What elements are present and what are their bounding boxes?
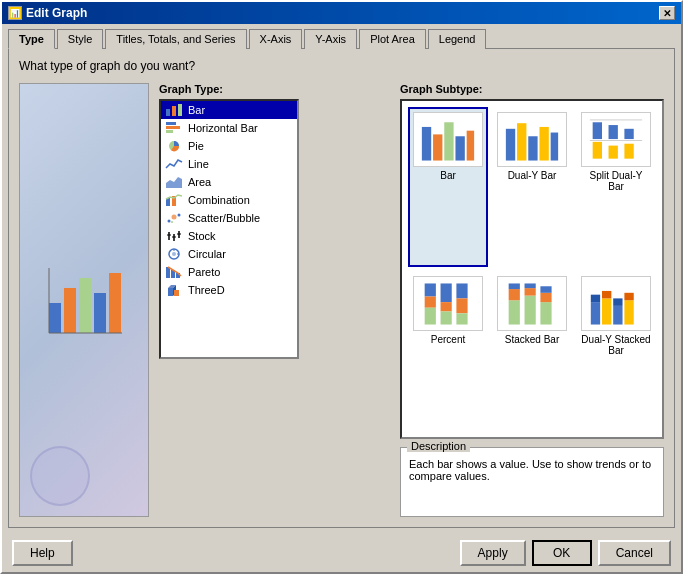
graph-type-pareto[interactable]: Pareto (161, 263, 297, 281)
scatter-icon (165, 211, 183, 225)
stock-icon (165, 229, 183, 243)
cancel-button[interactable]: Cancel (598, 540, 671, 566)
subtype-dual-y-chart (497, 112, 567, 167)
graph-type-bar[interactable]: Bar (161, 101, 297, 119)
subtype-stacked-chart (497, 276, 567, 331)
svg-point-28 (172, 252, 176, 256)
svg-rect-7 (166, 109, 170, 116)
subtype-dual-y-bar[interactable]: Dual-Y Bar (492, 107, 572, 267)
scatter-label: Scatter/Bubble (188, 212, 260, 224)
tab-legend[interactable]: Legend (428, 29, 487, 49)
graph-type-pie[interactable]: Pie (161, 137, 297, 155)
svg-rect-66 (509, 289, 520, 300)
svg-rect-52 (624, 129, 633, 139)
svg-rect-3 (94, 293, 106, 333)
svg-rect-9 (178, 104, 182, 116)
svg-rect-4 (109, 273, 121, 333)
subtype-dual-y-stacked[interactable]: Dual-Y Stacked Bar (576, 271, 656, 431)
svg-rect-41 (455, 136, 464, 160)
subtype-bar[interactable]: Bar (408, 107, 488, 267)
svg-rect-54 (609, 146, 618, 159)
tab-type[interactable]: Type (8, 29, 55, 49)
graph-type-scatter[interactable]: Scatter/Bubble (161, 209, 297, 227)
pie-label: Pie (188, 140, 204, 152)
svg-rect-76 (602, 298, 611, 324)
description-box: Description Each bar shows a value. Use … (400, 447, 664, 517)
subtype-dual-y-stacked-chart (581, 276, 651, 331)
svg-rect-0 (49, 303, 61, 333)
edit-graph-window: 📊 Edit Graph ✕ Type Style Titles, Totals… (0, 0, 683, 574)
subtype-dual-y-stacked-label: Dual-Y Stacked Bar (581, 334, 651, 356)
graph-type-circular[interactable]: Circular (161, 245, 297, 263)
question-label: What type of graph do you want? (19, 59, 664, 73)
tab-titles[interactable]: Titles, Totals, and Series (105, 29, 246, 49)
tab-plotarea[interactable]: Plot Area (359, 29, 426, 49)
graph-type-area[interactable]: Area (161, 173, 297, 191)
tab-xaxis[interactable]: X-Axis (249, 29, 303, 49)
svg-rect-34 (168, 288, 173, 296)
graph-type-list[interactable]: Bar Horizontal Bar (159, 99, 299, 359)
svg-rect-71 (540, 302, 551, 324)
svg-rect-10 (166, 122, 176, 125)
graph-type-hbar[interactable]: Horizontal Bar (161, 119, 297, 137)
area-label: Area (188, 176, 211, 188)
svg-rect-49 (590, 140, 642, 141)
description-title: Description (407, 440, 470, 452)
tab-style[interactable]: Style (57, 29, 103, 49)
subtype-split-label: Split Dual-Y Bar (581, 170, 651, 192)
subtype-grid-container[interactable]: Bar (400, 99, 664, 439)
tab-yaxis[interactable]: Y-Axis (304, 29, 357, 49)
graph-subtype-label: Graph Subtype: (400, 83, 664, 95)
svg-rect-74 (591, 302, 600, 324)
svg-rect-12 (166, 130, 173, 133)
graph-type-threed[interactable]: ThreeD (161, 281, 297, 299)
combination-label: Combination (188, 194, 250, 206)
svg-rect-81 (624, 293, 633, 300)
svg-rect-61 (441, 311, 452, 324)
svg-marker-14 (166, 177, 182, 188)
svg-rect-8 (172, 106, 176, 116)
svg-rect-58 (425, 308, 436, 325)
subtype-bar-label: Bar (440, 170, 456, 181)
svg-rect-45 (528, 136, 537, 160)
ok-button[interactable]: OK (532, 540, 592, 566)
subtype-grid: Bar (402, 101, 662, 437)
svg-rect-62 (456, 283, 467, 298)
svg-point-20 (171, 221, 173, 223)
subtype-dual-y-label: Dual-Y Bar (508, 170, 557, 181)
svg-rect-37 (174, 290, 179, 296)
close-button[interactable]: ✕ (659, 6, 675, 20)
svg-rect-78 (613, 306, 622, 325)
pareto-icon (165, 265, 183, 279)
apply-button[interactable]: Apply (460, 540, 526, 566)
footer: Help Apply OK Cancel (2, 534, 681, 572)
graph-type-combination[interactable]: Combination (161, 191, 297, 209)
pie-icon (165, 139, 183, 153)
svg-rect-79 (613, 298, 622, 305)
subtype-split-dual-y[interactable]: Split Dual-Y Bar (576, 107, 656, 267)
svg-rect-72 (540, 293, 551, 302)
svg-rect-63 (456, 298, 467, 313)
svg-rect-55 (624, 144, 633, 159)
svg-rect-38 (422, 127, 431, 161)
circular-icon (165, 247, 183, 261)
subtype-stacked[interactable]: Stacked Bar (492, 271, 572, 431)
subtype-percent[interactable]: Percent (408, 271, 488, 431)
svg-rect-80 (624, 300, 633, 324)
subtype-percent-label: Percent (431, 334, 465, 345)
graph-subtype-section: Graph Subtype: (400, 83, 664, 517)
svg-rect-53 (593, 142, 602, 159)
svg-rect-56 (425, 283, 436, 296)
graph-type-section: Graph Type: Bar (159, 83, 390, 517)
svg-rect-75 (591, 295, 600, 302)
svg-rect-60 (441, 302, 452, 311)
window-icon: 📊 (8, 6, 22, 20)
tab-content: What type of graph do you want? Graph Ty… (8, 48, 675, 528)
svg-rect-42 (467, 131, 474, 161)
svg-rect-1 (64, 288, 76, 333)
graph-type-line[interactable]: Line (161, 155, 297, 173)
svg-rect-57 (425, 297, 436, 308)
help-button[interactable]: Help (12, 540, 73, 566)
graph-type-stock[interactable]: Stock (161, 227, 297, 245)
preview-circle (30, 446, 90, 506)
